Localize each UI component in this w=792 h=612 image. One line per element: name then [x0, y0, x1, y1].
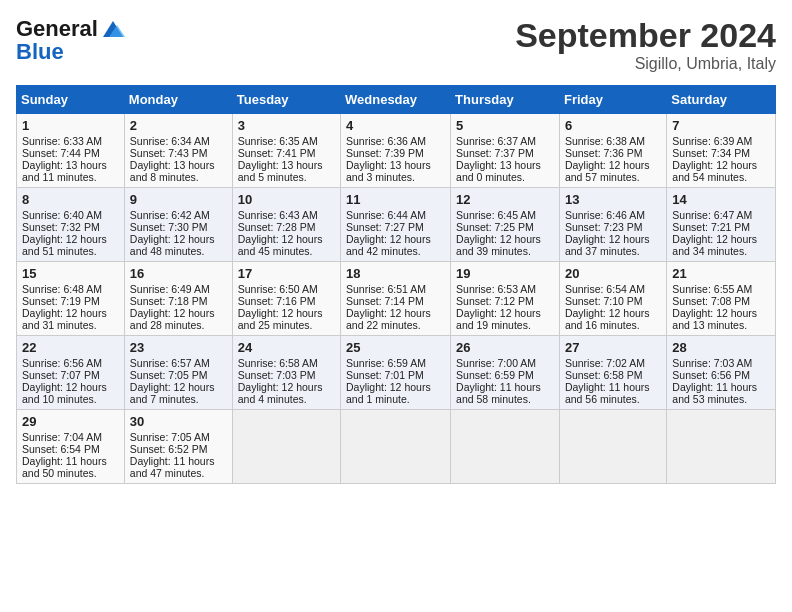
- sunrise-text: Sunrise: 6:55 AM: [672, 283, 770, 295]
- calendar-cell: 15Sunrise: 6:48 AMSunset: 7:19 PMDayligh…: [17, 262, 125, 336]
- calendar-cell: 2Sunrise: 6:34 AMSunset: 7:43 PMDaylight…: [124, 114, 232, 188]
- sunset-text: Sunset: 6:58 PM: [565, 369, 661, 381]
- day-number: 21: [672, 266, 770, 281]
- calendar-week-row: 29Sunrise: 7:04 AMSunset: 6:54 PMDayligh…: [17, 410, 776, 484]
- day-number: 23: [130, 340, 227, 355]
- calendar-cell: 1Sunrise: 6:33 AMSunset: 7:44 PMDaylight…: [17, 114, 125, 188]
- sunset-text: Sunset: 7:30 PM: [130, 221, 227, 233]
- daylight-text: Daylight: 11 hours and 56 minutes.: [565, 381, 661, 405]
- sunrise-text: Sunrise: 7:00 AM: [456, 357, 554, 369]
- daylight-text: Daylight: 12 hours and 25 minutes.: [238, 307, 335, 331]
- daylight-text: Daylight: 11 hours and 58 minutes.: [456, 381, 554, 405]
- weekday-header: Thursday: [451, 86, 560, 114]
- calendar-cell: 10Sunrise: 6:43 AMSunset: 7:28 PMDayligh…: [232, 188, 340, 262]
- calendar-week-row: 8Sunrise: 6:40 AMSunset: 7:32 PMDaylight…: [17, 188, 776, 262]
- page-header: General Blue September 2024 Sigillo, Umb…: [16, 16, 776, 73]
- day-number: 29: [22, 414, 119, 429]
- day-number: 5: [456, 118, 554, 133]
- day-number: 7: [672, 118, 770, 133]
- day-number: 11: [346, 192, 445, 207]
- day-number: 12: [456, 192, 554, 207]
- daylight-text: Daylight: 12 hours and 28 minutes.: [130, 307, 227, 331]
- sunset-text: Sunset: 7:10 PM: [565, 295, 661, 307]
- sunset-text: Sunset: 6:59 PM: [456, 369, 554, 381]
- sunset-text: Sunset: 7:41 PM: [238, 147, 335, 159]
- daylight-text: Daylight: 12 hours and 48 minutes.: [130, 233, 227, 257]
- day-number: 15: [22, 266, 119, 281]
- day-number: 30: [130, 414, 227, 429]
- sunrise-text: Sunrise: 7:03 AM: [672, 357, 770, 369]
- sunrise-text: Sunrise: 6:48 AM: [22, 283, 119, 295]
- day-number: 20: [565, 266, 661, 281]
- calendar-week-row: 15Sunrise: 6:48 AMSunset: 7:19 PMDayligh…: [17, 262, 776, 336]
- sunset-text: Sunset: 7:08 PM: [672, 295, 770, 307]
- sunrise-text: Sunrise: 6:39 AM: [672, 135, 770, 147]
- sunset-text: Sunset: 7:07 PM: [22, 369, 119, 381]
- sunrise-text: Sunrise: 7:02 AM: [565, 357, 661, 369]
- logo-blue: Blue: [16, 41, 128, 63]
- sunrise-text: Sunrise: 6:34 AM: [130, 135, 227, 147]
- day-number: 18: [346, 266, 445, 281]
- daylight-text: Daylight: 12 hours and 45 minutes.: [238, 233, 335, 257]
- day-number: 8: [22, 192, 119, 207]
- daylight-text: Daylight: 13 hours and 8 minutes.: [130, 159, 227, 183]
- daylight-text: Daylight: 11 hours and 47 minutes.: [130, 455, 227, 479]
- day-number: 1: [22, 118, 119, 133]
- sunset-text: Sunset: 7:14 PM: [346, 295, 445, 307]
- sunset-text: Sunset: 7:36 PM: [565, 147, 661, 159]
- sunrise-text: Sunrise: 6:35 AM: [238, 135, 335, 147]
- sunrise-text: Sunrise: 6:38 AM: [565, 135, 661, 147]
- calendar-cell: 16Sunrise: 6:49 AMSunset: 7:18 PMDayligh…: [124, 262, 232, 336]
- calendar-cell: [559, 410, 666, 484]
- sunrise-text: Sunrise: 6:59 AM: [346, 357, 445, 369]
- calendar-cell: [667, 410, 776, 484]
- day-number: 13: [565, 192, 661, 207]
- sunset-text: Sunset: 7:05 PM: [130, 369, 227, 381]
- sunrise-text: Sunrise: 6:49 AM: [130, 283, 227, 295]
- sunset-text: Sunset: 7:43 PM: [130, 147, 227, 159]
- daylight-text: Daylight: 13 hours and 11 minutes.: [22, 159, 119, 183]
- calendar-cell: 28Sunrise: 7:03 AMSunset: 6:56 PMDayligh…: [667, 336, 776, 410]
- sunrise-text: Sunrise: 7:05 AM: [130, 431, 227, 443]
- sunset-text: Sunset: 6:52 PM: [130, 443, 227, 455]
- sunset-text: Sunset: 7:27 PM: [346, 221, 445, 233]
- daylight-text: Daylight: 12 hours and 7 minutes.: [130, 381, 227, 405]
- sunset-text: Sunset: 7:19 PM: [22, 295, 119, 307]
- sunrise-text: Sunrise: 6:43 AM: [238, 209, 335, 221]
- weekday-header: Monday: [124, 86, 232, 114]
- weekday-header: Sunday: [17, 86, 125, 114]
- calendar-cell: 6Sunrise: 6:38 AMSunset: 7:36 PMDaylight…: [559, 114, 666, 188]
- sunset-text: Sunset: 7:16 PM: [238, 295, 335, 307]
- sunrise-text: Sunrise: 6:45 AM: [456, 209, 554, 221]
- logo-icon: [99, 19, 127, 41]
- daylight-text: Daylight: 11 hours and 53 minutes.: [672, 381, 770, 405]
- day-number: 3: [238, 118, 335, 133]
- calendar-cell: 27Sunrise: 7:02 AMSunset: 6:58 PMDayligh…: [559, 336, 666, 410]
- calendar-cell: 23Sunrise: 6:57 AMSunset: 7:05 PMDayligh…: [124, 336, 232, 410]
- sunset-text: Sunset: 7:18 PM: [130, 295, 227, 307]
- calendar-cell: 21Sunrise: 6:55 AMSunset: 7:08 PMDayligh…: [667, 262, 776, 336]
- calendar-cell: 29Sunrise: 7:04 AMSunset: 6:54 PMDayligh…: [17, 410, 125, 484]
- calendar-cell: 12Sunrise: 6:45 AMSunset: 7:25 PMDayligh…: [451, 188, 560, 262]
- sunset-text: Sunset: 7:37 PM: [456, 147, 554, 159]
- weekday-header: Wednesday: [341, 86, 451, 114]
- day-number: 9: [130, 192, 227, 207]
- sunrise-text: Sunrise: 6:44 AM: [346, 209, 445, 221]
- sunset-text: Sunset: 7:39 PM: [346, 147, 445, 159]
- calendar-cell: 20Sunrise: 6:54 AMSunset: 7:10 PMDayligh…: [559, 262, 666, 336]
- sunset-text: Sunset: 6:56 PM: [672, 369, 770, 381]
- sunset-text: Sunset: 7:21 PM: [672, 221, 770, 233]
- sunrise-text: Sunrise: 6:57 AM: [130, 357, 227, 369]
- calendar-week-row: 1Sunrise: 6:33 AMSunset: 7:44 PMDaylight…: [17, 114, 776, 188]
- calendar-cell: [232, 410, 340, 484]
- daylight-text: Daylight: 12 hours and 19 minutes.: [456, 307, 554, 331]
- calendar-cell: 25Sunrise: 6:59 AMSunset: 7:01 PMDayligh…: [341, 336, 451, 410]
- weekday-header: Tuesday: [232, 86, 340, 114]
- calendar-cell: [451, 410, 560, 484]
- day-number: 17: [238, 266, 335, 281]
- sunset-text: Sunset: 7:32 PM: [22, 221, 119, 233]
- day-number: 16: [130, 266, 227, 281]
- sunset-text: Sunset: 7:25 PM: [456, 221, 554, 233]
- sunrise-text: Sunrise: 6:33 AM: [22, 135, 119, 147]
- sunset-text: Sunset: 7:01 PM: [346, 369, 445, 381]
